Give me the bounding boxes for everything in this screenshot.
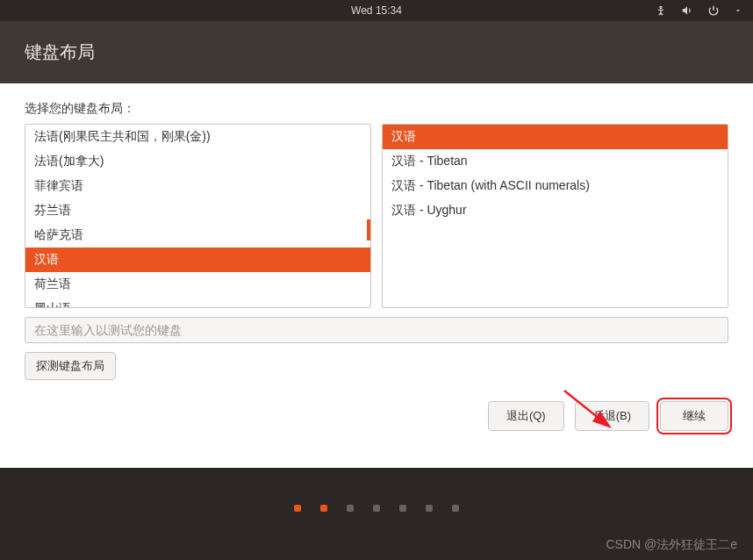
keyboard-test-input[interactable] xyxy=(25,317,728,343)
power-icon[interactable] xyxy=(707,4,720,17)
list-item[interactable]: 汉语 xyxy=(383,125,728,149)
quit-button[interactable]: 退出(Q) xyxy=(488,401,564,431)
main-content: 选择您的键盘布局： 法语(刚果民主共和国，刚果(金))法语(加拿大)菲律宾语芬兰… xyxy=(0,83,753,380)
list-item[interactable]: 法语(刚果民主共和国，刚果(金)) xyxy=(25,125,370,149)
detect-layout-button[interactable]: 探测键盘布局 xyxy=(25,352,116,380)
scroll-thumb[interactable] xyxy=(367,219,370,241)
clock: Wed 15:34 xyxy=(351,4,402,17)
watermark: CSDN @法外狂徒王二e xyxy=(606,537,737,553)
progress-dot xyxy=(426,505,433,512)
continue-button[interactable]: 继续 xyxy=(660,401,728,431)
list-item[interactable]: 汉语 xyxy=(25,248,370,272)
chevron-down-icon[interactable] xyxy=(734,6,742,15)
progress-dot xyxy=(320,505,327,512)
list-item[interactable]: 汉语 - Tibetan (with ASCII numerals) xyxy=(383,174,728,198)
progress-dot xyxy=(347,505,354,512)
list-item[interactable]: 汉语 - Uyghur xyxy=(383,198,728,223)
topbar: Wed 15:34 xyxy=(0,0,753,21)
footer-buttons: 退出(Q) 后退(B) 继续 xyxy=(0,380,753,447)
progress-dot xyxy=(294,505,301,512)
language-listbox[interactable]: 法语(刚果民主共和国，刚果(金))法语(加拿大)菲律宾语芬兰语哈萨克语汉语荷兰语… xyxy=(25,124,371,308)
list-item[interactable]: 哈萨克语 xyxy=(25,223,370,248)
accessibility-icon[interactable] xyxy=(655,4,667,17)
list-item[interactable]: 菲律宾语 xyxy=(25,174,370,198)
bottom-panel: CSDN @法外狂徒王二e xyxy=(0,468,753,560)
svg-point-0 xyxy=(660,6,662,8)
progress-dot xyxy=(399,505,406,512)
progress-dots xyxy=(294,505,459,512)
volume-icon[interactable] xyxy=(681,4,693,17)
progress-dot xyxy=(373,505,380,512)
variant-listbox[interactable]: 汉语汉语 - Tibetan汉语 - Tibetan (with ASCII n… xyxy=(382,124,728,308)
progress-dot xyxy=(452,505,459,512)
installer-header: 键盘布局 xyxy=(0,21,753,83)
instruction-label: 选择您的键盘布局： xyxy=(25,101,728,117)
list-item[interactable]: 荷兰语 xyxy=(25,272,370,297)
list-item[interactable]: 黑山语 xyxy=(25,297,370,307)
back-button[interactable]: 后退(B) xyxy=(575,401,649,431)
list-item[interactable]: 芬兰语 xyxy=(25,198,370,223)
list-item[interactable]: 汉语 - Tibetan xyxy=(383,149,728,174)
list-item[interactable]: 法语(加拿大) xyxy=(25,149,370,174)
page-title: 键盘布局 xyxy=(25,42,95,61)
